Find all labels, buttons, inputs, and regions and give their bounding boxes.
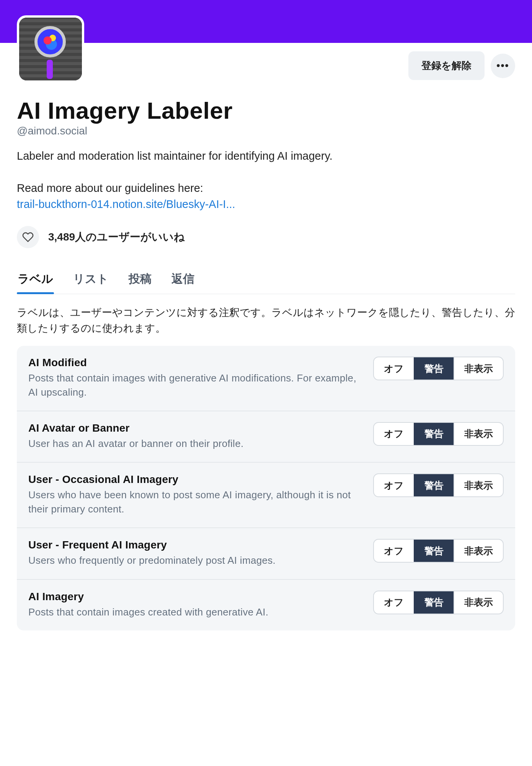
label-desc: Posts that contain images created with g… [28,605,364,619]
label-text: AI Avatar or BannerUser has an AI avatar… [28,422,364,450]
ellipsis-icon: ••• [496,60,509,72]
more-button[interactable]: ••• [491,54,515,78]
segmented-control: オフ警告非表示 [373,473,504,497]
segment-option[interactable]: 警告 [414,540,454,562]
segmented-control: オフ警告非表示 [373,357,504,380]
segment-option[interactable]: オフ [374,423,414,445]
label-desc: Users who have been known to post some A… [28,488,364,516]
segmented-control: オフ警告非表示 [373,591,504,614]
label-desc: User has an AI avatar or banner on their… [28,437,364,450]
tab-0[interactable]: ラベル [17,267,54,294]
segmented-control: オフ警告非表示 [373,422,504,446]
like-button[interactable] [17,226,39,248]
avatar[interactable] [17,15,84,83]
labels-panel: AI ModifiedPosts that contain images wit… [17,346,515,630]
segment-option[interactable]: 非表示 [454,540,503,562]
segment-option[interactable]: 警告 [414,423,454,445]
label-text: User - Occasional AI ImageryUsers who ha… [28,473,364,516]
segmented-control: オフ警告非表示 [373,539,504,563]
label-title: AI Modified [28,357,364,369]
label-title: AI Imagery [28,591,364,603]
segment-option[interactable]: 非表示 [454,357,503,380]
tab-3[interactable]: 返信 [171,267,195,294]
handle: @aimod.social [17,125,515,137]
segment-option[interactable]: オフ [374,540,414,562]
segment-option[interactable]: オフ [374,591,414,614]
segment-option[interactable]: 非表示 [454,474,503,496]
segment-option[interactable]: 非表示 [454,591,503,614]
label-title: User - Frequent AI Imagery [28,539,364,551]
label-row: User - Occasional AI ImageryUsers who ha… [17,463,515,528]
segment-option[interactable]: オフ [374,357,414,380]
label-row: AI ModifiedPosts that contain images wit… [17,346,515,411]
label-text: AI ModifiedPosts that contain images wit… [28,357,364,399]
tab-2[interactable]: 投稿 [128,267,152,294]
label-desc: Users who frequently or predominately po… [28,553,364,567]
label-desc: Posts that contain images with generativ… [28,371,364,399]
segment-option[interactable]: オフ [374,474,414,496]
bio: Labeler and moderation list maintainer f… [17,148,515,212]
label-text: User - Frequent AI ImageryUsers who freq… [28,539,364,567]
label-row: AI ImageryPosts that contain images crea… [17,580,515,630]
label-title: User - Occasional AI Imagery [28,473,364,486]
heart-icon [22,231,34,243]
label-row: AI Avatar or BannerUser has an AI avatar… [17,411,515,463]
display-name: AI Imagery Labeler [17,97,515,124]
segment-option[interactable]: 非表示 [454,423,503,445]
unsubscribe-button[interactable]: 登録を解除 [408,51,485,80]
segment-option[interactable]: 警告 [414,591,454,614]
bio-line: Labeler and moderation list maintainer f… [17,150,333,162]
likes-count[interactable]: 3,489人のユーザーがいいね [48,230,185,244]
label-title: AI Avatar or Banner [28,422,364,434]
tab-1[interactable]: リスト [72,267,109,294]
segment-option[interactable]: 警告 [414,357,454,380]
label-text: AI ImageryPosts that contain images crea… [28,591,364,619]
segment-option[interactable]: 警告 [414,474,454,496]
tab-description: ラベルは、ユーザーやコンテンツに対する注釈です。ラベルはネットワークを隠したり、… [17,294,515,346]
bio-link[interactable]: trail-buckthorn-014.notion.site/Bluesky-… [17,198,235,210]
label-row: User - Frequent AI ImageryUsers who freq… [17,528,515,579]
bio-line: Read more about our guidelines here: [17,182,203,194]
tabs: ラベルリスト投稿返信 [17,267,515,294]
